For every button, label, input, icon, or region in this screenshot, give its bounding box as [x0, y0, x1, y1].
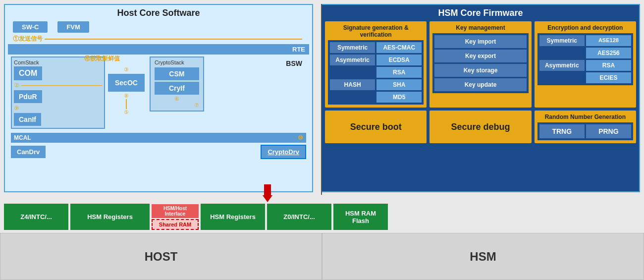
prng-cell: PRNG	[586, 124, 631, 138]
hsm-core-box: HSM Core Firmware Signature generation &…	[321, 4, 640, 192]
hash-cell: HASH	[330, 79, 375, 90]
bsw-label: BSW	[286, 59, 302, 67]
num10-lbl: ⑩	[298, 134, 303, 141]
hsm-top-grid: Signature generation & verification Symm…	[325, 21, 636, 108]
host-core-title: Host Core Software	[8, 8, 309, 18]
secure-boot-text: Secure boot	[350, 122, 402, 132]
key-module: Key management Key import Key export Key…	[429, 21, 531, 108]
hsm-label: HSM	[322, 233, 644, 280]
secoc-block: SecOC	[108, 74, 145, 92]
key-inner: Key import Key export Key storage Key up…	[432, 33, 528, 93]
num2-row: ②	[14, 82, 102, 89]
hsm-core-title: HSM Core Firmware	[325, 8, 636, 18]
shared-ram-box: Shared RAM	[152, 219, 199, 230]
signal-row: ①发送信号	[13, 35, 304, 43]
rsa-cell: RSA	[376, 67, 422, 78]
arrow-down	[126, 99, 127, 109]
fvm-block: FVM	[57, 21, 89, 33]
ecies-cell: ECIES	[586, 72, 631, 83]
host-label: HOST	[0, 233, 322, 280]
signal-text: ①发送信号	[13, 35, 43, 43]
cryptostack-label: CryptoStack	[155, 59, 199, 65]
random-module: Random Number Generation TRNG PRNG	[535, 111, 636, 143]
ase128-cell: ASE128	[586, 35, 631, 46]
key-export-cell: Key export	[434, 50, 526, 62]
aescmac-cell: AES-CMAC	[376, 42, 422, 53]
key-update-cell: Key update	[434, 78, 526, 91]
red-arrow-container	[263, 184, 272, 202]
bottom-section: Z4/INTC/... HSM Registers HSM/Host Inter…	[0, 201, 644, 280]
mcal-bar: MCAL ⑩	[11, 133, 306, 143]
com-block: COM	[14, 66, 42, 80]
red-arrow-shaft	[264, 184, 271, 195]
registers-row: Z4/INTC/... HSM Registers HSM/Host Inter…	[0, 201, 644, 233]
csm-block: CSM	[155, 67, 199, 80]
drv-row: CanDrv CryptoDrv	[11, 145, 306, 159]
interface-cluster: HSM/Host Interface Shared RAM	[152, 204, 199, 230]
num6-lbl: ⑥	[155, 96, 199, 102]
trng-cell: TRNG	[539, 124, 585, 138]
secoc-col: ③ SecOC ⑧ ⑤	[108, 66, 145, 115]
enc-inner: Symmetric ASE128 AES256 Asymmetric RSA E…	[537, 33, 633, 85]
sha-cell: SHA	[376, 79, 422, 90]
rte-label: RTE	[292, 46, 305, 53]
rte-bar: RTE	[8, 44, 309, 55]
hsm-side: HSM Core Firmware Signature generation &…	[317, 0, 644, 201]
cryptostack-box: CryptoStack CSM CryIf ⑥ ⑦	[150, 56, 204, 112]
fresh-value-text: ④获取新鲜值	[84, 55, 120, 63]
z0-box: Z0/INTC/...	[267, 204, 331, 230]
rsa2-cell: RSA	[586, 60, 631, 71]
pdur-block: PduR	[14, 90, 42, 103]
key-title: Key management	[432, 24, 528, 31]
key-import-cell: Key import	[434, 35, 526, 48]
arrow2	[21, 85, 102, 86]
red-arrow-head	[263, 195, 272, 202]
num8-lbl: ⑧	[124, 93, 129, 99]
num9-row: ⑨	[14, 105, 102, 112]
enc-asym-cell: Asymmetric	[539, 60, 585, 71]
secure-boot-module: Secure boot	[325, 111, 427, 143]
candrv-block: CanDrv	[11, 146, 46, 158]
sig-module: Signature generation & verification Symm…	[325, 21, 427, 108]
host-hsm-labels: HOST HSM	[0, 233, 644, 280]
random-title: Random Number Generation	[537, 113, 633, 120]
hsm-reg-right: HSM Registers	[201, 204, 265, 230]
secure-debug-text: Secure debug	[451, 122, 510, 132]
top-sw-row: SW-C FVM	[13, 21, 309, 33]
enc-sym-cell: Symmetric	[539, 35, 585, 46]
hsm-bottom-grid: Secure boot Secure debug Random Number G…	[325, 111, 636, 143]
num5-lbl: ⑤	[124, 109, 129, 115]
cryptodrv-block: CryptoDrv	[261, 145, 306, 159]
num3: ③	[124, 66, 129, 73]
num9: ⑨	[14, 105, 19, 112]
mcal-label: MCAL	[14, 134, 31, 141]
comstack-box: ComStack COM ② PduR ⑨ CanIf	[11, 56, 105, 129]
hsmram-box: HSM RAM Flash	[333, 204, 388, 230]
random-inner: TRNG PRNG	[537, 122, 633, 140]
canif-block: CanIf	[14, 113, 41, 126]
num2: ②	[14, 82, 19, 89]
cryif-block: CryIf	[155, 82, 199, 95]
hsm-reg-left: HSM Registers	[70, 204, 150, 230]
comstack-items: COM ② PduR ⑨ CanIf	[14, 66, 102, 126]
sw-c-block: SW-C	[13, 21, 48, 33]
divider	[321, 4, 322, 195]
host-side: Host Core Software SW-C FVM ①发送信号 RTE ④获…	[0, 0, 317, 201]
enc-module: Encryption and decryption Symmetric ASE1…	[535, 21, 636, 108]
num7-lbl: ⑦	[155, 102, 199, 109]
sym-cell: Symmetric	[330, 42, 375, 53]
ecdsa-cell: ECDSA	[376, 55, 422, 65]
host-core-box: Host Core Software SW-C FVM ①发送信号 RTE ④获…	[4, 4, 313, 192]
md5-cell: MD5	[376, 92, 422, 103]
asym-cell: Asymmetric	[330, 55, 375, 65]
z4-box: Z4/INTC/...	[4, 204, 68, 230]
bsw-area: ComStack COM ② PduR ⑨ CanIf	[11, 56, 306, 129]
interface-box: HSM/Host Interface	[152, 204, 199, 218]
sig-title: Signature generation & verification	[328, 24, 424, 38]
sig-inner: Symmetric AES-CMAC Asymmetric ECDSA RSA …	[328, 40, 424, 105]
secure-debug-module: Secure debug	[429, 111, 531, 143]
signal-line	[45, 39, 302, 40]
enc-title: Encryption and decryption	[537, 24, 633, 31]
key-storage-cell: Key storage	[434, 64, 526, 77]
aes256-cell: AES256	[586, 48, 631, 58]
